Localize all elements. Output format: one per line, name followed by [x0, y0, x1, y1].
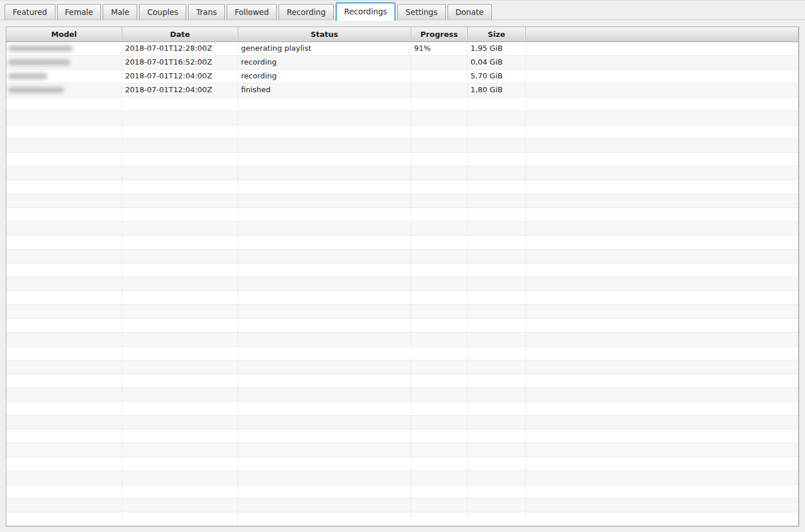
cell-model [6, 222, 122, 235]
cell-size [468, 374, 526, 387]
cell-size [468, 429, 526, 443]
cell-date [122, 97, 238, 111]
tab-featured[interactable]: Featured [5, 4, 55, 20]
cell-progress: 91% [411, 42, 468, 55]
column-header-status[interactable]: Status [238, 27, 411, 41]
table-row-empty[interactable] [6, 360, 798, 374]
cell-status: finished [238, 84, 411, 97]
cell-status: recording [238, 70, 411, 83]
cell-extra [526, 402, 798, 415]
cell-size [468, 305, 526, 318]
tab-settings[interactable]: Settings [397, 4, 445, 20]
table-row[interactable]: 2018-07-01T12:04:00Zfinished1,80 GiB [6, 84, 798, 97]
cell-model [6, 263, 122, 277]
cell-progress [411, 180, 468, 194]
table-row-empty[interactable] [6, 319, 798, 333]
table-row[interactable]: 2018-07-01T16:52:00Zrecording0,04 GiB [6, 56, 798, 70]
cell-date [122, 277, 238, 290]
table-row-empty[interactable] [6, 236, 798, 250]
cell-status [238, 125, 411, 138]
cell-model [6, 97, 122, 111]
tab-recording[interactable]: Recording [279, 4, 334, 20]
tab-female[interactable]: Female [57, 4, 101, 20]
cell-status [238, 277, 411, 290]
table-row-empty[interactable] [6, 250, 798, 263]
column-header-progress[interactable]: Progress [411, 27, 468, 41]
tab-recordings[interactable]: Recordings [336, 2, 396, 21]
cell-status [238, 250, 411, 263]
tab-followed[interactable]: Followed [227, 4, 277, 20]
cell-date [122, 457, 238, 470]
redacted-model-name [8, 73, 47, 80]
table-row-empty[interactable] [6, 139, 798, 153]
table-row-empty[interactable] [6, 512, 798, 526]
cell-size [468, 319, 526, 332]
tab-trans[interactable]: Trans [188, 4, 225, 20]
tab-couples[interactable]: Couples [139, 4, 186, 20]
cell-date [122, 346, 238, 360]
table-row-empty[interactable] [6, 167, 798, 180]
cell-progress [411, 374, 468, 387]
table-row-empty[interactable] [6, 443, 798, 457]
cell-status: recording [238, 56, 411, 69]
table-row-empty[interactable] [6, 194, 798, 208]
cell-model [6, 319, 122, 332]
cell-progress [411, 111, 468, 124]
cell-size [468, 346, 526, 360]
table-row-empty[interactable] [6, 374, 798, 388]
cell-model [6, 471, 122, 484]
cell-progress [411, 346, 468, 360]
table-row-empty[interactable] [6, 402, 798, 416]
cell-status [238, 236, 411, 249]
cell-date [122, 250, 238, 263]
table-row-empty[interactable] [6, 111, 798, 125]
table-row-empty[interactable] [6, 222, 798, 236]
table-row[interactable]: 2018-07-01T12:04:00Zrecording5,70 GiB [6, 70, 798, 84]
cell-extra [526, 485, 798, 498]
cell-date [122, 319, 238, 332]
table-row-empty[interactable] [6, 333, 798, 346]
column-header-extra[interactable] [526, 27, 798, 41]
table-row-empty[interactable] [6, 277, 798, 291]
table-row-empty[interactable] [6, 208, 798, 222]
cell-date [122, 416, 238, 429]
cell-status [238, 471, 411, 484]
cell-date [122, 180, 238, 194]
table-row-empty[interactable] [6, 429, 798, 443]
table-row-empty[interactable] [6, 416, 798, 429]
table-row-empty[interactable] [6, 388, 798, 402]
table-row-empty[interactable] [6, 180, 798, 194]
cell-size: 1,80 GiB [468, 84, 526, 97]
column-header-model[interactable]: Model [6, 27, 122, 41]
column-header-date[interactable]: Date [122, 27, 238, 41]
cell-date [122, 374, 238, 387]
tab-male[interactable]: Male [103, 4, 137, 20]
table-row-empty[interactable] [6, 457, 798, 471]
table-row-empty[interactable] [6, 153, 798, 167]
cell-model [6, 429, 122, 443]
table-row[interactable]: 2018-07-01T12:28:00Zgenerating playlist9… [6, 42, 798, 56]
cell-size [468, 125, 526, 138]
redacted-model-name [8, 87, 64, 93]
table-row-empty[interactable] [6, 346, 798, 360]
cell-progress [411, 333, 468, 346]
table-row-empty[interactable] [6, 263, 798, 277]
table-row-empty[interactable] [6, 305, 798, 319]
cell-status [238, 512, 411, 526]
cell-progress [411, 70, 468, 83]
table-row-empty[interactable] [6, 471, 798, 485]
cell-status [238, 222, 411, 235]
table-row-empty[interactable] [6, 485, 798, 499]
column-header-size[interactable]: Size [468, 27, 526, 41]
cell-model [6, 167, 122, 180]
table-row-empty[interactable] [6, 125, 798, 139]
tab-donate[interactable]: Donate [447, 4, 492, 20]
table-row-empty[interactable] [6, 499, 798, 512]
table-row-empty[interactable] [6, 291, 798, 305]
cell-progress [411, 277, 468, 290]
table-row-empty[interactable] [6, 97, 798, 111]
cell-progress [411, 388, 468, 401]
cell-size [468, 512, 526, 526]
cell-size [468, 291, 526, 304]
cell-status [238, 263, 411, 277]
